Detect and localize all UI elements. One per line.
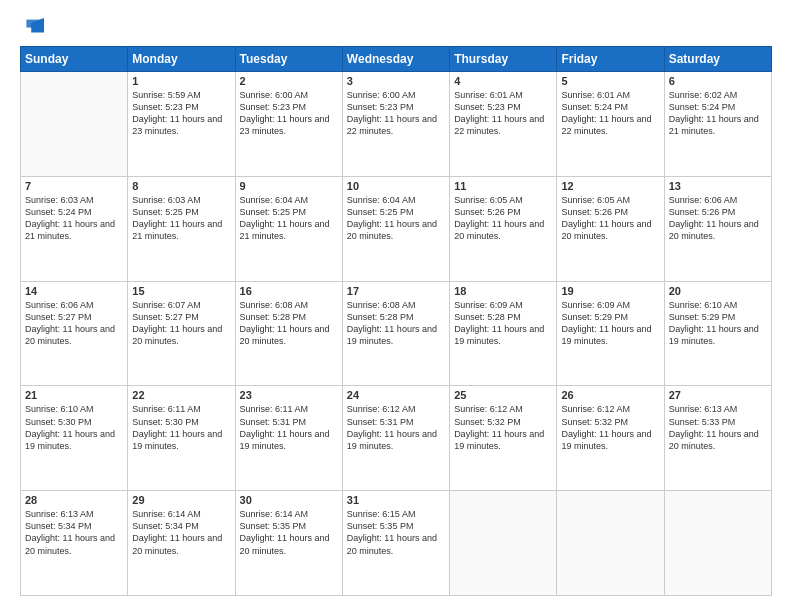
calendar-cell: 17Sunrise: 6:08 AMSunset: 5:28 PMDayligh… xyxy=(342,281,449,386)
calendar-cell: 5Sunrise: 6:01 AMSunset: 5:24 PMDaylight… xyxy=(557,72,664,177)
day-number: 4 xyxy=(454,75,552,87)
calendar-cell xyxy=(450,491,557,596)
day-info: Sunrise: 6:07 AMSunset: 5:27 PMDaylight:… xyxy=(132,299,230,348)
day-number: 24 xyxy=(347,389,445,401)
day-number: 28 xyxy=(25,494,123,506)
calendar-cell xyxy=(21,72,128,177)
weekday-header-sunday: Sunday xyxy=(21,47,128,72)
day-number: 9 xyxy=(240,180,338,192)
day-info: Sunrise: 6:01 AMSunset: 5:24 PMDaylight:… xyxy=(561,89,659,138)
day-info: Sunrise: 6:12 AMSunset: 5:32 PMDaylight:… xyxy=(454,403,552,452)
calendar-cell xyxy=(557,491,664,596)
calendar-table: SundayMondayTuesdayWednesdayThursdayFrid… xyxy=(20,46,772,596)
day-info: Sunrise: 6:03 AMSunset: 5:24 PMDaylight:… xyxy=(25,194,123,243)
logo xyxy=(20,16,52,36)
day-info: Sunrise: 6:11 AMSunset: 5:30 PMDaylight:… xyxy=(132,403,230,452)
calendar-week-row: 21Sunrise: 6:10 AMSunset: 5:30 PMDayligh… xyxy=(21,386,772,491)
day-info: Sunrise: 6:14 AMSunset: 5:34 PMDaylight:… xyxy=(132,508,230,557)
day-info: Sunrise: 6:12 AMSunset: 5:32 PMDaylight:… xyxy=(561,403,659,452)
day-info: Sunrise: 6:09 AMSunset: 5:29 PMDaylight:… xyxy=(561,299,659,348)
calendar-week-row: 7Sunrise: 6:03 AMSunset: 5:24 PMDaylight… xyxy=(21,176,772,281)
day-info: Sunrise: 6:11 AMSunset: 5:31 PMDaylight:… xyxy=(240,403,338,452)
day-number: 14 xyxy=(25,285,123,297)
day-number: 6 xyxy=(669,75,767,87)
day-number: 30 xyxy=(240,494,338,506)
calendar-cell: 1Sunrise: 5:59 AMSunset: 5:23 PMDaylight… xyxy=(128,72,235,177)
calendar-cell: 23Sunrise: 6:11 AMSunset: 5:31 PMDayligh… xyxy=(235,386,342,491)
day-info: Sunrise: 6:05 AMSunset: 5:26 PMDaylight:… xyxy=(454,194,552,243)
day-number: 8 xyxy=(132,180,230,192)
calendar-cell: 15Sunrise: 6:07 AMSunset: 5:27 PMDayligh… xyxy=(128,281,235,386)
calendar-week-row: 14Sunrise: 6:06 AMSunset: 5:27 PMDayligh… xyxy=(21,281,772,386)
calendar-cell: 12Sunrise: 6:05 AMSunset: 5:26 PMDayligh… xyxy=(557,176,664,281)
day-number: 23 xyxy=(240,389,338,401)
day-number: 25 xyxy=(454,389,552,401)
calendar-cell: 25Sunrise: 6:12 AMSunset: 5:32 PMDayligh… xyxy=(450,386,557,491)
day-number: 21 xyxy=(25,389,123,401)
day-info: Sunrise: 6:08 AMSunset: 5:28 PMDaylight:… xyxy=(347,299,445,348)
day-number: 17 xyxy=(347,285,445,297)
calendar-cell: 3Sunrise: 6:00 AMSunset: 5:23 PMDaylight… xyxy=(342,72,449,177)
logo-icon xyxy=(20,16,44,36)
day-number: 31 xyxy=(347,494,445,506)
day-info: Sunrise: 6:05 AMSunset: 5:26 PMDaylight:… xyxy=(561,194,659,243)
day-number: 16 xyxy=(240,285,338,297)
day-info: Sunrise: 6:00 AMSunset: 5:23 PMDaylight:… xyxy=(347,89,445,138)
day-info: Sunrise: 6:10 AMSunset: 5:30 PMDaylight:… xyxy=(25,403,123,452)
calendar-cell: 14Sunrise: 6:06 AMSunset: 5:27 PMDayligh… xyxy=(21,281,128,386)
calendar-cell: 11Sunrise: 6:05 AMSunset: 5:26 PMDayligh… xyxy=(450,176,557,281)
day-number: 3 xyxy=(347,75,445,87)
day-info: Sunrise: 6:03 AMSunset: 5:25 PMDaylight:… xyxy=(132,194,230,243)
day-number: 12 xyxy=(561,180,659,192)
calendar-cell: 18Sunrise: 6:09 AMSunset: 5:28 PMDayligh… xyxy=(450,281,557,386)
calendar-cell: 30Sunrise: 6:14 AMSunset: 5:35 PMDayligh… xyxy=(235,491,342,596)
day-info: Sunrise: 6:10 AMSunset: 5:29 PMDaylight:… xyxy=(669,299,767,348)
day-number: 18 xyxy=(454,285,552,297)
calendar-cell: 4Sunrise: 6:01 AMSunset: 5:23 PMDaylight… xyxy=(450,72,557,177)
day-number: 13 xyxy=(669,180,767,192)
calendar-cell: 21Sunrise: 6:10 AMSunset: 5:30 PMDayligh… xyxy=(21,386,128,491)
day-info: Sunrise: 6:12 AMSunset: 5:31 PMDaylight:… xyxy=(347,403,445,452)
calendar-cell: 20Sunrise: 6:10 AMSunset: 5:29 PMDayligh… xyxy=(664,281,771,386)
day-info: Sunrise: 5:59 AMSunset: 5:23 PMDaylight:… xyxy=(132,89,230,138)
day-info: Sunrise: 6:14 AMSunset: 5:35 PMDaylight:… xyxy=(240,508,338,557)
calendar-week-row: 28Sunrise: 6:13 AMSunset: 5:34 PMDayligh… xyxy=(21,491,772,596)
day-number: 22 xyxy=(132,389,230,401)
day-number: 2 xyxy=(240,75,338,87)
day-number: 26 xyxy=(561,389,659,401)
day-info: Sunrise: 6:13 AMSunset: 5:34 PMDaylight:… xyxy=(25,508,123,557)
day-info: Sunrise: 6:09 AMSunset: 5:28 PMDaylight:… xyxy=(454,299,552,348)
calendar-cell: 29Sunrise: 6:14 AMSunset: 5:34 PMDayligh… xyxy=(128,491,235,596)
calendar-cell: 24Sunrise: 6:12 AMSunset: 5:31 PMDayligh… xyxy=(342,386,449,491)
day-info: Sunrise: 6:02 AMSunset: 5:24 PMDaylight:… xyxy=(669,89,767,138)
day-info: Sunrise: 6:13 AMSunset: 5:33 PMDaylight:… xyxy=(669,403,767,452)
day-info: Sunrise: 6:06 AMSunset: 5:26 PMDaylight:… xyxy=(669,194,767,243)
day-info: Sunrise: 6:04 AMSunset: 5:25 PMDaylight:… xyxy=(240,194,338,243)
day-info: Sunrise: 6:00 AMSunset: 5:23 PMDaylight:… xyxy=(240,89,338,138)
calendar-cell: 2Sunrise: 6:00 AMSunset: 5:23 PMDaylight… xyxy=(235,72,342,177)
page: SundayMondayTuesdayWednesdayThursdayFrid… xyxy=(0,0,792,612)
day-number: 27 xyxy=(669,389,767,401)
day-info: Sunrise: 6:04 AMSunset: 5:25 PMDaylight:… xyxy=(347,194,445,243)
weekday-header-friday: Friday xyxy=(557,47,664,72)
day-number: 20 xyxy=(669,285,767,297)
calendar-cell: 19Sunrise: 6:09 AMSunset: 5:29 PMDayligh… xyxy=(557,281,664,386)
calendar-cell: 9Sunrise: 6:04 AMSunset: 5:25 PMDaylight… xyxy=(235,176,342,281)
weekday-header-row: SundayMondayTuesdayWednesdayThursdayFrid… xyxy=(21,47,772,72)
calendar-cell: 26Sunrise: 6:12 AMSunset: 5:32 PMDayligh… xyxy=(557,386,664,491)
calendar-cell: 22Sunrise: 6:11 AMSunset: 5:30 PMDayligh… xyxy=(128,386,235,491)
weekday-header-monday: Monday xyxy=(128,47,235,72)
day-number: 10 xyxy=(347,180,445,192)
day-info: Sunrise: 6:08 AMSunset: 5:28 PMDaylight:… xyxy=(240,299,338,348)
calendar-cell: 13Sunrise: 6:06 AMSunset: 5:26 PMDayligh… xyxy=(664,176,771,281)
weekday-header-tuesday: Tuesday xyxy=(235,47,342,72)
day-number: 29 xyxy=(132,494,230,506)
calendar-cell: 31Sunrise: 6:15 AMSunset: 5:35 PMDayligh… xyxy=(342,491,449,596)
weekday-header-thursday: Thursday xyxy=(450,47,557,72)
calendar-cell: 27Sunrise: 6:13 AMSunset: 5:33 PMDayligh… xyxy=(664,386,771,491)
header xyxy=(20,16,772,36)
calendar-week-row: 1Sunrise: 5:59 AMSunset: 5:23 PMDaylight… xyxy=(21,72,772,177)
calendar-cell: 10Sunrise: 6:04 AMSunset: 5:25 PMDayligh… xyxy=(342,176,449,281)
day-number: 15 xyxy=(132,285,230,297)
day-info: Sunrise: 6:15 AMSunset: 5:35 PMDaylight:… xyxy=(347,508,445,557)
